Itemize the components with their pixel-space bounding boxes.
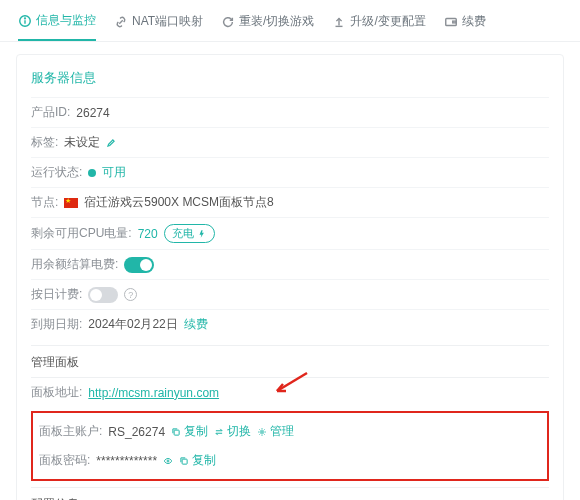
upgrade-icon (332, 15, 346, 29)
manage-account-button[interactable]: 管理 (257, 423, 294, 440)
row-autopay: 用余额结算电费: (31, 249, 549, 279)
tag-value: 未设定 (64, 134, 100, 151)
tab-nat[interactable]: NAT端口映射 (114, 6, 203, 41)
row-status: 运行状态: 可用 (31, 157, 549, 187)
daily-label: 按日计费: (31, 286, 82, 303)
svg-rect-4 (453, 21, 457, 23)
tab-nat-label: NAT端口映射 (132, 13, 203, 30)
node-label: 节点: (31, 194, 58, 211)
config-section-title: 配置信息 (31, 487, 549, 500)
tab-upgrade-label: 升级/变更配置 (350, 13, 425, 30)
tab-info[interactable]: 信息与监控 (18, 6, 96, 41)
server-info-title: 服务器信息 (31, 65, 549, 97)
cpu-value: 720 (138, 227, 158, 241)
tag-label: 标签: (31, 134, 58, 151)
svg-rect-8 (182, 459, 187, 464)
panel-url-link[interactable]: http://mcsm.rainyun.com (88, 386, 219, 400)
tab-bar: 信息与监控 NAT端口映射 重装/切换游戏 升级/变更配置 续费 (0, 0, 580, 42)
expire-value: 2024年02月22日 (88, 316, 177, 333)
cpu-label: 剩余可用CPU电量: (31, 225, 132, 242)
china-flag-icon (64, 198, 78, 208)
row-daily: 按日计费: ? (31, 279, 549, 309)
daily-help-icon[interactable]: ? (124, 288, 137, 301)
tab-renew-label: 续费 (462, 13, 486, 30)
status-dot-icon (88, 169, 96, 177)
svg-point-6 (261, 430, 264, 433)
charge-button-label: 充电 (172, 226, 194, 241)
product-id-label: 产品ID: (31, 104, 70, 121)
main-panel: 服务器信息 产品ID: 26274 标签: 未设定 运行状态: 可用 节点: 宿… (16, 54, 564, 500)
annotation-arrow-icon (271, 371, 311, 397)
tab-reinstall[interactable]: 重装/切换游戏 (221, 6, 314, 41)
row-product-id: 产品ID: 26274 (31, 97, 549, 127)
copy-password-button[interactable]: 复制 (179, 452, 216, 469)
autopay-toggle[interactable] (124, 257, 154, 273)
tab-upgrade[interactable]: 升级/变更配置 (332, 6, 425, 41)
refresh-icon (221, 15, 235, 29)
panel-url-label: 面板地址: (31, 384, 82, 401)
svg-point-2 (25, 17, 26, 18)
copy-account-label: 复制 (184, 423, 208, 440)
row-tag: 标签: 未设定 (31, 127, 549, 157)
svg-point-7 (167, 460, 169, 462)
tab-info-label: 信息与监控 (36, 12, 96, 29)
credentials-highlight-box: 面板主账户: RS_26274 复制 切换 管理 面板密码: *********… (31, 411, 549, 481)
panel-pwd-label: 面板密码: (39, 452, 90, 469)
tab-renew[interactable]: 续费 (444, 6, 486, 41)
tab-reinstall-label: 重装/切换游戏 (239, 13, 314, 30)
product-id-value: 26274 (76, 106, 109, 120)
row-cpu: 剩余可用CPU电量: 720 充电 (31, 217, 549, 249)
info-icon (18, 14, 32, 28)
switch-account-label: 切换 (227, 423, 251, 440)
row-expire: 到期日期: 2024年02月22日 续费 (31, 309, 549, 339)
row-panel-password: 面板密码: ************* 复制 (39, 446, 541, 475)
row-node: 节点: 宿迁游戏云5900X MCSM面板节点8 (31, 187, 549, 217)
status-label: 运行状态: (31, 164, 82, 181)
copy-password-label: 复制 (192, 452, 216, 469)
renew-link[interactable]: 续费 (184, 316, 208, 333)
expire-label: 到期日期: (31, 316, 82, 333)
manage-account-label: 管理 (270, 423, 294, 440)
svg-rect-5 (174, 430, 179, 435)
reveal-password-button[interactable] (163, 456, 173, 466)
copy-account-button[interactable]: 复制 (171, 423, 208, 440)
edit-tag-button[interactable] (106, 138, 116, 148)
link-icon (114, 15, 128, 29)
status-value: 可用 (102, 164, 126, 181)
svg-rect-3 (446, 18, 457, 25)
panel-pwd-value: ************* (96, 454, 157, 468)
panel-acct-value: RS_26274 (108, 425, 165, 439)
switch-account-button[interactable]: 切换 (214, 423, 251, 440)
wallet-icon (444, 15, 458, 29)
charge-button[interactable]: 充电 (164, 224, 215, 243)
autopay-label: 用余额结算电费: (31, 256, 118, 273)
daily-toggle[interactable] (88, 287, 118, 303)
panel-acct-label: 面板主账户: (39, 423, 102, 440)
node-value: 宿迁游戏云5900X MCSM面板节点8 (84, 194, 273, 211)
row-panel-account: 面板主账户: RS_26274 复制 切换 管理 (39, 417, 541, 446)
